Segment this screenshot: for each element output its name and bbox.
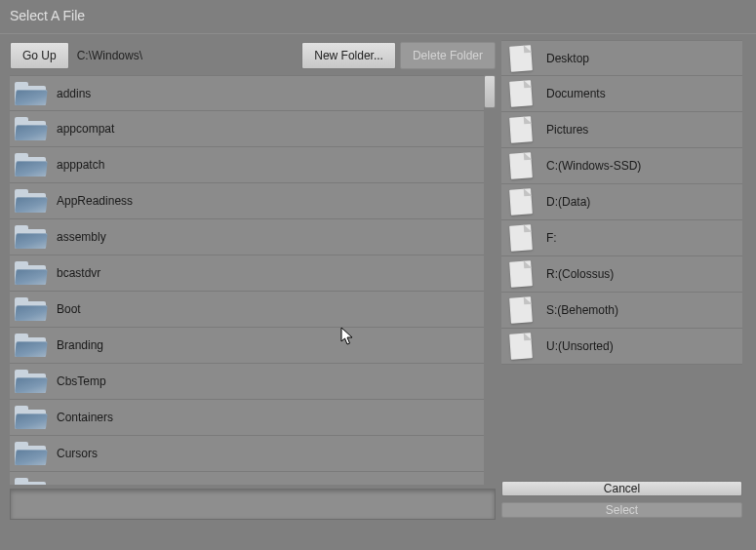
location-row[interactable]: F: — [501, 220, 742, 256]
location-row[interactable]: U:(Unsorted) — [501, 329, 742, 365]
folder-row[interactable]: Boot — [10, 292, 484, 328]
folder-row[interactable]: CbsTemp — [10, 364, 484, 400]
folder-icon — [12, 79, 49, 108]
folder-label: Branding — [57, 338, 103, 352]
location-row[interactable]: C:(Windows-SSD) — [501, 148, 742, 184]
folder-row[interactable]: bcastdvr — [10, 255, 484, 292]
location-label: F: — [546, 231, 557, 245]
folder-label: AppReadiness — [57, 194, 133, 208]
drive-icon — [503, 259, 538, 289]
scrollbar-thumb[interactable] — [484, 75, 496, 108]
divider — [0, 33, 756, 34]
folder-icon — [12, 331, 49, 360]
folder-row[interactable]: Branding — [10, 328, 484, 364]
folder-icon — [12, 367, 49, 396]
location-row[interactable]: R:(Colossus) — [501, 256, 742, 293]
folder-row[interactable]: debug — [10, 472, 484, 485]
file-list: addinsappcompatapppatchAppReadinessassem… — [10, 75, 496, 485]
folder-label: addins — [57, 87, 91, 100]
folder-icon — [12, 186, 49, 216]
folder-icon — [12, 475, 49, 485]
drive-icon — [503, 151, 538, 180]
cancel-button[interactable]: Cancel — [501, 481, 742, 496]
location-row[interactable]: Documents — [501, 76, 742, 112]
location-label: D:(Data) — [546, 195, 590, 209]
location-label: Desktop — [546, 52, 589, 65]
location-label: C:(Windows-SSD) — [546, 159, 641, 173]
folder-row[interactable]: addins — [10, 75, 484, 111]
folder-row[interactable]: assembly — [10, 219, 484, 255]
drive-icon — [503, 79, 538, 108]
folder-label: Containers — [57, 411, 113, 424]
folder-row[interactable]: apppatch — [10, 147, 484, 183]
folder-row[interactable]: Cursors — [10, 436, 484, 472]
drive-icon — [503, 187, 538, 216]
folder-icon — [12, 222, 49, 252]
drive-icon — [503, 115, 538, 144]
folder-label: assembly — [57, 230, 106, 244]
folder-label: Boot — [57, 302, 81, 316]
location-row[interactable]: D:(Data) — [501, 184, 742, 220]
folder-icon — [12, 150, 49, 179]
folder-row[interactable]: appcompat — [10, 111, 484, 147]
select-button: Select — [501, 502, 742, 518]
location-label: Documents — [546, 87, 606, 100]
folder-label: debug — [57, 483, 89, 485]
folder-label: CbsTemp — [57, 374, 106, 388]
folder-label: appcompat — [57, 122, 114, 136]
path-display: C:\Windows\ — [73, 49, 298, 62]
folder-icon — [12, 114, 49, 143]
location-row[interactable]: Pictures — [501, 112, 742, 148]
drive-icon — [503, 223, 538, 253]
folder-icon — [12, 403, 49, 432]
location-label: U:(Unsorted) — [546, 339, 614, 353]
folder-label: Cursors — [57, 447, 98, 460]
folder-label: apppatch — [57, 158, 104, 172]
new-folder-button[interactable]: New Folder... — [301, 42, 396, 69]
drive-icon — [503, 295, 538, 325]
folder-row[interactable]: AppReadiness — [10, 183, 484, 219]
toolbar: Go Up C:\Windows\ New Folder... Delete F… — [10, 40, 496, 71]
locations-list: DesktopDocumentsPicturesC:(Windows-SSD)D… — [501, 40, 742, 365]
dialog-title: Select A File — [0, 0, 756, 33]
folder-icon — [12, 258, 49, 288]
delete-folder-button: Delete Folder — [400, 42, 496, 69]
folder-icon — [12, 439, 49, 468]
location-label: R:(Colossus) — [546, 267, 614, 281]
go-up-button[interactable]: Go Up — [10, 42, 69, 69]
scrollbar[interactable] — [484, 75, 496, 485]
drive-icon — [503, 44, 538, 73]
location-label: S:(Behemoth) — [546, 303, 618, 317]
location-label: Pictures — [546, 123, 588, 137]
folder-row[interactable]: Containers — [10, 400, 484, 436]
filename-input[interactable] — [10, 489, 496, 520]
folder-icon — [12, 295, 49, 324]
drive-icon — [503, 332, 538, 361]
folder-label: bcastdvr — [57, 266, 100, 280]
location-row[interactable]: S:(Behemoth) — [501, 293, 742, 329]
location-row[interactable]: Desktop — [501, 40, 742, 76]
